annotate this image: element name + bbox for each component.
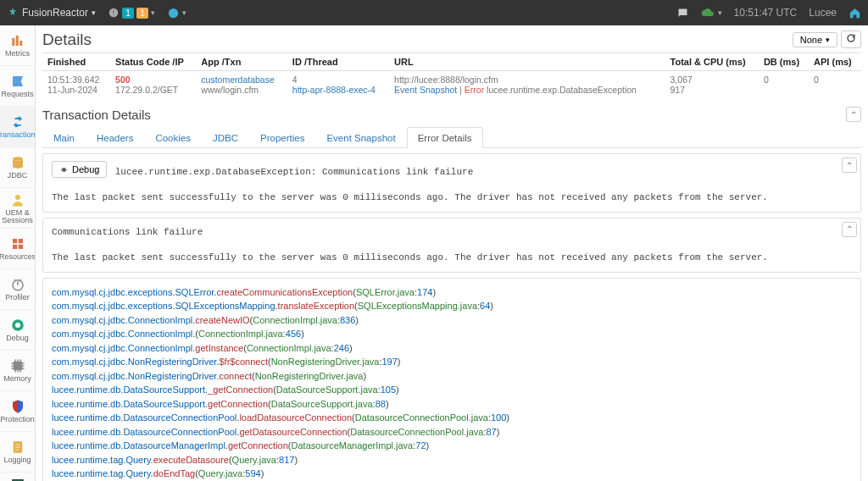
caret-down-icon: ▾ <box>92 8 96 17</box>
top-navbar: FusionReactor ▾ ! 1 1 ▾ ▾ ▾ 10:51:47 UTC… <box>0 0 868 25</box>
clock-label[interactable]: 10:51:47 UTC <box>734 7 798 19</box>
badge-info: 1 <box>122 8 134 19</box>
user-label[interactable]: Lucee <box>809 7 837 19</box>
globe-menu[interactable]: ▾ <box>167 7 186 19</box>
caret-down-icon: ▾ <box>718 8 722 17</box>
chat-icon[interactable] <box>676 7 689 19</box>
cloud-icon[interactable]: ▾ <box>701 7 722 19</box>
notifications-menu[interactable]: ! 1 1 ▾ <box>108 7 155 19</box>
home-icon[interactable] <box>849 7 861 19</box>
brand-menu[interactable]: FusionReactor ▾ <box>7 7 96 19</box>
badge-warn: 1 <box>136 8 148 19</box>
svg-text:!: ! <box>113 9 114 15</box>
caret-down-icon: ▾ <box>182 8 186 17</box>
svg-point-2 <box>169 8 178 17</box>
brand-label: FusionReactor <box>22 7 88 19</box>
caret-down-icon: ▾ <box>151 8 155 17</box>
